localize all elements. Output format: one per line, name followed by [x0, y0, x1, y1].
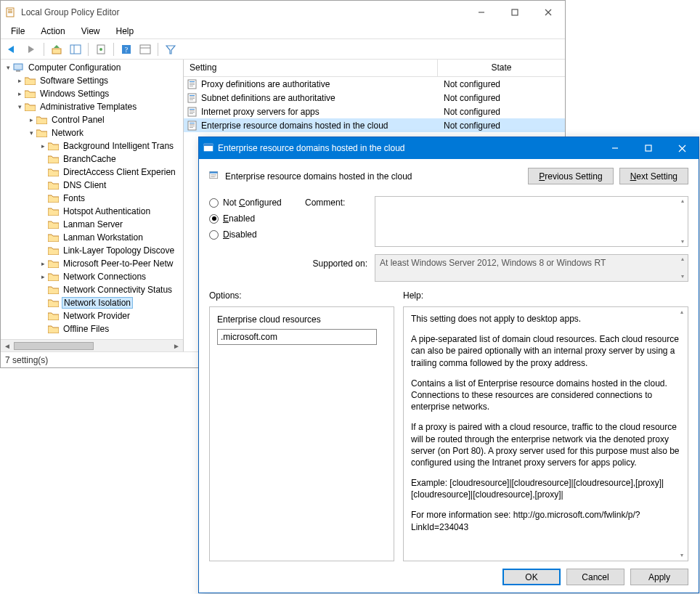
tree-item[interactable]: Fonts — [1, 192, 183, 205]
maximize-button[interactable] — [498, 1, 532, 23]
menu-view[interactable]: View — [74, 25, 107, 38]
tree-network[interactable]: ▾Network — [1, 126, 183, 139]
ok-button[interactable]: OK — [502, 569, 561, 585]
close-button[interactable] — [532, 1, 565, 23]
tree-item[interactable]: ▸Background Intelligent Trans — [1, 139, 183, 152]
dialog-heading: Enterprise resource domains hosted in th… — [225, 171, 522, 182]
folder-icon — [24, 89, 36, 99]
tree-root[interactable]: ▾ Computer Configuration — [1, 61, 183, 74]
help-button[interactable]: ? — [118, 41, 135, 58]
folder-icon — [47, 219, 59, 229]
list-row[interactable]: Internet proxy servers for appsNot confi… — [184, 105, 565, 118]
svg-marker-11 — [54, 45, 60, 48]
tree-pane: ▾ Computer Configuration ▸Software Setti… — [1, 60, 184, 351]
tree-item[interactable]: ▸Microsoft Peer-to-Peer Netw — [1, 257, 183, 270]
setting-icon — [187, 120, 198, 131]
gpe-title: Local Group Policy Editor — [21, 7, 465, 17]
filter-button[interactable] — [162, 41, 179, 58]
svg-rect-41 — [190, 126, 195, 126]
tree-admin-templates[interactable]: ▾Administrative Templates — [1, 100, 183, 113]
back-button[interactable] — [4, 41, 21, 58]
tree-software-settings[interactable]: ▸Software Settings — [1, 74, 183, 87]
tree[interactable]: ▾ Computer Configuration ▸Software Setti… — [1, 60, 183, 339]
svg-marker-9 — [28, 46, 34, 53]
help-scrollbar[interactable]: ▴▾ — [678, 309, 685, 558]
tree-windows-settings[interactable]: ▸Windows Settings — [1, 87, 183, 100]
setting-icon — [187, 106, 198, 118]
list-row[interactable]: Enterprise resource domains hosted in th… — [184, 118, 565, 132]
list-row[interactable]: Proxy definitions are authoritativeNot c… — [184, 77, 565, 91]
help-label: Help: — [403, 290, 688, 301]
tree-item[interactable]: ▸Network Connections — [1, 270, 183, 283]
previous-setting-button[interactable]: Previous Setting — [528, 168, 613, 184]
list-row[interactable]: Subnet definitions are authoritativeNot … — [184, 91, 565, 105]
svg-rect-31 — [190, 98, 195, 99]
dialog-titlebar: Enterprise resource domains hosted in th… — [199, 137, 699, 159]
options-label: Options: — [209, 290, 394, 301]
folder-icon — [47, 285, 59, 295]
menu-file[interactable]: File — [4, 25, 32, 38]
svg-rect-53 — [211, 176, 214, 177]
column-state[interactable]: State — [438, 60, 565, 76]
tree-item[interactable]: Link-Layer Topology Discove — [1, 244, 183, 257]
supported-scrollbar[interactable]: ▴▾ — [679, 256, 686, 280]
svg-rect-32 — [190, 99, 193, 100]
radio-not-configured[interactable]: Not Configured — [209, 198, 296, 208]
supported-value: At least Windows Server 2012, Windows 8 … — [375, 254, 688, 282]
supported-label: Supported on: — [209, 254, 367, 269]
comment-scrollbar[interactable]: ▴▾ — [679, 198, 686, 245]
folder-icon — [47, 206, 59, 216]
dialog-minimize-button[interactable] — [598, 137, 632, 159]
svg-rect-52 — [211, 176, 216, 176]
tree-item[interactable]: Network Provider — [1, 309, 183, 322]
tree-item[interactable]: Network Isolation — [1, 296, 183, 309]
radio-disabled[interactable]: Disabled — [209, 229, 296, 240]
policy-icon — [209, 170, 219, 182]
radio-enabled[interactable]: Enabled — [209, 213, 296, 224]
folder-icon — [47, 154, 59, 164]
folder-icon — [47, 193, 59, 203]
tree-item[interactable]: Network Connectivity Status — [1, 283, 183, 296]
setting-icon — [187, 78, 198, 90]
up-button[interactable] — [48, 41, 65, 58]
tree-item[interactable]: Offline Files — [1, 322, 183, 335]
tree-item[interactable]: DirectAccess Client Experien — [1, 166, 183, 179]
dialog-titlebar-icon — [203, 142, 215, 155]
status-text: 7 setting(s) — [5, 355, 48, 365]
list-header: Setting State — [184, 60, 565, 77]
forward-button[interactable] — [23, 41, 40, 58]
svg-rect-2 — [8, 11, 12, 12]
tree-item[interactable]: Lanman Server — [1, 218, 183, 231]
tree-item[interactable]: BranchCache — [1, 152, 183, 166]
svg-rect-44 — [204, 144, 213, 146]
extended-view-button[interactable] — [137, 41, 154, 58]
svg-rect-40 — [190, 124, 195, 125]
tree-item[interactable]: DNS Client — [1, 179, 183, 192]
tree-item[interactable]: Hotspot Authentication — [1, 205, 183, 218]
dialog-close-button[interactable] — [665, 137, 699, 159]
apply-button[interactable]: Apply — [630, 569, 688, 585]
folder-icon — [47, 324, 59, 334]
show-hide-tree-button[interactable] — [67, 41, 84, 58]
column-setting[interactable]: Setting — [184, 60, 438, 76]
enterprise-cloud-resources-input[interactable] — [217, 329, 377, 345]
setting-icon — [187, 92, 198, 104]
cancel-button[interactable]: Cancel — [566, 569, 624, 585]
svg-rect-29 — [190, 95, 195, 96]
dialog-maximize-button[interactable] — [632, 137, 665, 159]
menu-action[interactable]: Action — [33, 25, 72, 38]
svg-rect-42 — [190, 127, 193, 128]
minimize-button[interactable] — [465, 1, 498, 23]
svg-point-15 — [99, 48, 102, 51]
menu-help[interactable]: Help — [109, 25, 142, 38]
tree-item[interactable]: Lanman Workstation — [1, 231, 183, 244]
svg-rect-39 — [190, 123, 195, 123]
help-paragraph: Contains a list of Enterprise resource d… — [411, 378, 680, 413]
properties-button[interactable] — [92, 41, 110, 58]
comment-textarea[interactable]: ▴▾ — [375, 196, 688, 247]
tree-control-panel[interactable]: ▸Control Panel — [1, 113, 183, 126]
tree-horizontal-scrollbar[interactable]: ◄ ► — [1, 339, 183, 351]
svg-rect-25 — [190, 83, 195, 84]
folder-icon — [24, 102, 36, 112]
next-setting-button[interactable]: Next Setting — [619, 168, 688, 184]
